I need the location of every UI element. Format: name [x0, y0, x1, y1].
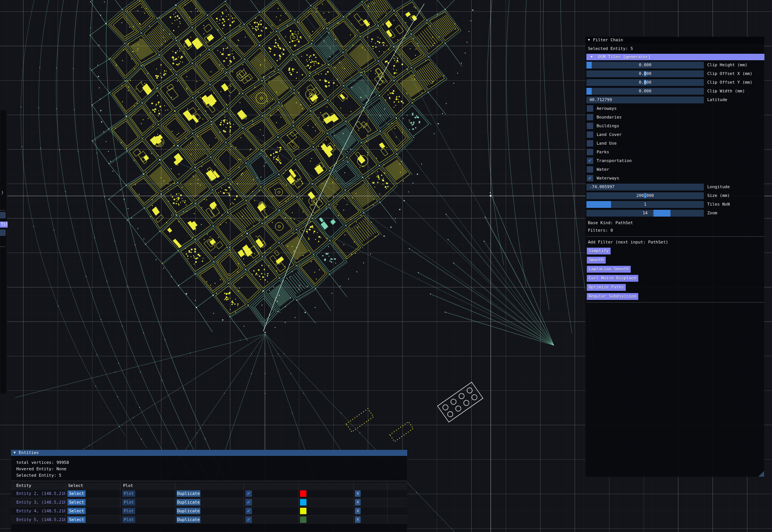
slider-fragment[interactable]: [0, 229, 6, 236]
total-vertices-label: total vertices: 99958: [16, 459, 407, 466]
entity-row: Entity 3, (148.5,210.0SelectPlotDuplicat…: [11, 498, 407, 507]
entity-link[interactable]: Entity 4, (148.5,210.0: [16, 509, 65, 513]
add-filter-button-curl-noise-displace[interactable]: Curl Noise Displace: [587, 275, 638, 282]
remove-button[interactable]: x: [355, 508, 361, 514]
entities-panel: ▼Entities total vertices: 99958 Hovered …: [11, 450, 407, 532]
clip-offset-x-slider[interactable]: 0.000: [586, 70, 704, 77]
layer-checkbox-label: Water: [597, 166, 609, 173]
remove-button[interactable]: x: [355, 516, 361, 523]
slider-fragment[interactable]: [0, 212, 6, 218]
entity-row: Entity 2, (148.5,210.0SelectPlotDuplicat…: [11, 489, 407, 498]
panel-resize-handle[interactable]: [758, 471, 764, 477]
visibility-checkbox[interactable]: ✔: [245, 516, 252, 523]
duplicate-button[interactable]: Duplicate: [177, 499, 200, 505]
dial-glyph: ): [1, 190, 4, 195]
slider-label: Zoom: [707, 210, 717, 217]
entity-link[interactable]: Entity 2, (148.5,210.0: [16, 491, 65, 496]
layer-checkbox-water[interactable]: [587, 166, 593, 173]
visibility-checkbox[interactable]: ✔: [245, 508, 252, 514]
filter-chain-panel: ▼Filter Chain Selected Entity: 5 ▼OSM Ti…: [585, 37, 764, 477]
slider-value: 00: [646, 80, 651, 85]
clip-height-slider[interactable]: 0.000: [586, 62, 704, 69]
zoom-slider[interactable]: 14: [586, 210, 704, 217]
slider-label: Tiles NxN: [707, 201, 730, 208]
visibility-checkbox[interactable]: ✔: [245, 499, 252, 505]
slider-value: 14: [642, 211, 647, 215]
select-button[interactable]: Select: [67, 508, 86, 514]
entities-table-header: Entity Select Plot: [11, 482, 407, 489]
entity-link[interactable]: Entity 3, (148.5,210.0: [16, 500, 65, 505]
entity-row: Entity 4, (148.5,210.0SelectPlotDuplicat…: [11, 507, 407, 515]
clip-width-slider[interactable]: 0.000: [586, 88, 704, 95]
remove-button[interactable]: x: [355, 499, 361, 505]
slider-label: Size (mm): [707, 192, 730, 199]
visibility-checkbox[interactable]: ✔: [245, 490, 252, 497]
layer-checkbox-label: Parks: [597, 149, 609, 155]
add-filter-button-optimize-paths[interactable]: Optimize Paths: [587, 284, 626, 291]
color-swatch[interactable]: [300, 516, 306, 523]
slider-label: Clip Offset X (mm): [707, 70, 752, 77]
layer-checkbox-label: Transportation: [597, 158, 632, 164]
color-swatch[interactable]: [300, 499, 306, 505]
layer-checkbox-land-use[interactable]: [587, 140, 593, 147]
slider-value: 0.: [639, 80, 644, 85]
divider: [586, 236, 764, 237]
duplicate-button[interactable]: Duplicate: [177, 516, 200, 523]
add-filter-button-simplify[interactable]: Simplify: [587, 248, 611, 254]
duplicate-button[interactable]: Duplicate: [177, 508, 200, 514]
longitude-field[interactable]: -74.005997: [586, 184, 704, 190]
layer-checkbox-boundaries[interactable]: [587, 114, 593, 120]
add-filter-label: Add Filter (next input: PathSet): [586, 239, 764, 246]
slider-label: Clip Offset Y (mm): [707, 79, 752, 86]
plot-button[interactable]: Plot: [122, 490, 135, 497]
slider-value: 000: [646, 193, 654, 198]
clip-offset-y-slider[interactable]: 0.000: [586, 79, 704, 86]
entity-link[interactable]: Entity 5, (148.5,210.0: [16, 517, 65, 522]
entity-row: Entity 5, (148.5,210.0SelectPlotDuplicat…: [11, 515, 407, 524]
plot-button[interactable]: Plot: [122, 516, 135, 523]
entities-header[interactable]: ▼Entities: [11, 450, 407, 456]
collapse-triangle-icon: ▼: [591, 54, 592, 60]
tiles-nxn-slider[interactable]: 1: [586, 201, 704, 208]
latitude-field[interactable]: 40.712799: [586, 97, 704, 103]
filter-chain-header[interactable]: ▼Filter Chain: [585, 37, 764, 44]
size-slider[interactable]: 200.000: [586, 192, 704, 199]
layer-checkbox-label: Buildings: [597, 123, 619, 129]
divider: [586, 302, 764, 303]
duplicate-button[interactable]: Duplicate: [177, 490, 200, 497]
slider-value: 200: [636, 193, 644, 198]
slider-label: Clip Width (mm): [707, 88, 745, 95]
panel-title: Filter Chain: [593, 37, 623, 42]
layer-checkbox-label: Waterways: [597, 175, 619, 181]
select-button[interactable]: Select: [67, 499, 86, 505]
add-filter-button-regular-subdivision[interactable]: Regular Subdivision: [587, 293, 638, 300]
remove-button[interactable]: x: [355, 490, 361, 497]
layer-checkbox-parks[interactable]: [587, 149, 593, 155]
plot-button[interactable]: Plot: [122, 508, 135, 514]
slider-value: 1: [644, 202, 647, 207]
layer-checkbox-waterways[interactable]: ✔: [587, 175, 593, 181]
add-filter-button-smooth[interactable]: Smooth: [587, 257, 606, 264]
layer-checkbox-land-cover[interactable]: [587, 131, 593, 138]
select-button[interactable]: Select: [67, 516, 86, 523]
color-swatch[interactable]: [300, 508, 306, 514]
selected-entity-label: Selected Entity: 5: [586, 44, 764, 54]
plot-button[interactable]: Plot: [122, 499, 135, 505]
select-button[interactable]: Select: [67, 490, 86, 497]
osm-tiles-generator-header[interactable]: ▼OSM Tiles [generator]: [586, 54, 764, 60]
layer-checkbox-aeroways[interactable]: [587, 105, 593, 112]
slider-label: Clip Height (mm): [707, 62, 747, 69]
slider-value: 0.000: [639, 89, 651, 94]
layer-checkbox-buildings[interactable]: [587, 123, 593, 129]
divider: [11, 481, 407, 481]
selected-entity-label: Selected Entity: 5: [16, 472, 407, 479]
slider-value: 0.000: [639, 62, 651, 67]
filters-count-label: Filters: 0: [586, 227, 764, 234]
layer-checkbox-transportation[interactable]: ✔: [587, 158, 593, 164]
color-swatch[interactable]: [300, 490, 306, 497]
layer-checkbox-label: Land Cover: [597, 131, 622, 138]
layer-checkbox-label: Aeroways: [597, 105, 617, 112]
layer-checkbox-label: Boundaries: [597, 114, 622, 120]
tiles-header-fragment[interactable]: Til: [0, 222, 8, 228]
add-filter-button-laplacian-smooth[interactable]: Laplacian Smooth: [587, 266, 631, 273]
